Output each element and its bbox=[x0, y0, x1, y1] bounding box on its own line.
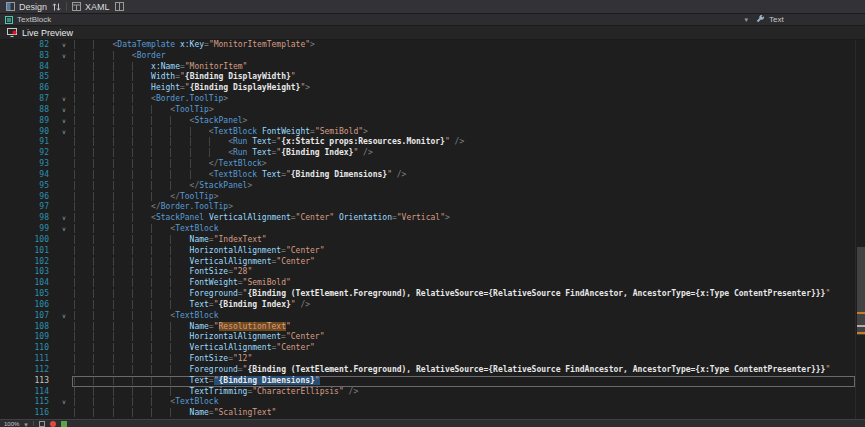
code-line-105[interactable]: 105 Foreground="{Binding (TextElement.Fo… bbox=[0, 289, 855, 300]
code-text: Foreground="{Binding (TextElement.Foregr… bbox=[72, 365, 855, 376]
line-number: 105 bbox=[0, 289, 56, 300]
code-text: </TextBlock> bbox=[72, 159, 855, 170]
fold-spacer bbox=[56, 83, 72, 94]
sync-indicator-icon[interactable] bbox=[61, 421, 67, 427]
line-number: 102 bbox=[0, 257, 56, 268]
code-line-111[interactable]: 111 FontSize="12" bbox=[0, 354, 855, 365]
code-line-113[interactable]: 113 Text="{Binding Dimensions}" bbox=[0, 376, 855, 387]
code-text: <TextBlock Text="{Binding Dimensions}" /… bbox=[72, 170, 855, 181]
code-line-106[interactable]: 106 Text="{Binding Index}" /> bbox=[0, 300, 855, 311]
code-line-97[interactable]: 97 </Border.ToolTip> bbox=[0, 202, 855, 213]
fold-spacer bbox=[56, 322, 72, 333]
vertical-scrollbar[interactable] bbox=[855, 40, 865, 419]
fold-chevron-icon[interactable]: ∨ bbox=[56, 94, 72, 105]
code-line-87[interactable]: 87∨ <Border.ToolTip> bbox=[0, 94, 855, 105]
line-number: 92 bbox=[0, 148, 56, 159]
code-text: x:Name="MonitorItem" bbox=[72, 62, 855, 73]
fold-spacer bbox=[56, 267, 72, 278]
grid-toggle-icon[interactable] bbox=[39, 421, 45, 427]
fold-spacer bbox=[56, 235, 72, 246]
code-line-92[interactable]: 92 <Run Text="{Binding Index}" /> bbox=[0, 148, 855, 159]
code-line-89[interactable]: 89∨ <StackPanel> bbox=[0, 116, 855, 127]
code-line-109[interactable]: 109 HorizontalAlignment="Center" bbox=[0, 332, 855, 343]
xaml-doc-icon bbox=[72, 2, 81, 11]
line-number: 108 bbox=[0, 322, 56, 333]
split-view-icon[interactable] bbox=[115, 2, 124, 11]
code-line-99[interactable]: 99∨ <TextBlock bbox=[0, 224, 855, 235]
fold-spacer bbox=[56, 300, 72, 311]
code-line-93[interactable]: 93 </TextBlock> bbox=[0, 159, 855, 170]
code-text: <Border bbox=[72, 51, 855, 62]
code-text: Name="ResolutionText" bbox=[72, 322, 855, 333]
swap-panes-icon[interactable] bbox=[52, 2, 61, 12]
code-line-112[interactable]: 112 Foreground="{Binding (TextElement.Fo… bbox=[0, 365, 855, 376]
fold-chevron-icon[interactable]: ∨ bbox=[56, 105, 72, 116]
fold-chevron-icon[interactable]: ∨ bbox=[56, 397, 72, 408]
line-number: 91 bbox=[0, 137, 56, 148]
fold-chevron-icon[interactable]: ∨ bbox=[56, 311, 72, 322]
code-line-83[interactable]: 83∨ <Border bbox=[0, 51, 855, 62]
zoom-dropdown-icon[interactable]: ▾ bbox=[24, 421, 28, 427]
code-line-103[interactable]: 103 FontSize="28" bbox=[0, 267, 855, 278]
code-line-110[interactable]: 110 VerticalAlignment="Center" bbox=[0, 343, 855, 354]
code-line-86[interactable]: 86 Height="{Binding DisplayHeight}"> bbox=[0, 83, 855, 94]
line-number: 100 bbox=[0, 235, 56, 246]
live-preview-icon bbox=[7, 28, 17, 37]
code-line-115[interactable]: 115∨ <TextBlock bbox=[0, 397, 855, 408]
xaml-label: XAML bbox=[85, 2, 110, 12]
line-number: 103 bbox=[0, 267, 56, 278]
code-line-104[interactable]: 104 FontWeight="SemiBold" bbox=[0, 278, 855, 289]
code-line-107[interactable]: 107∨ <TextBlock bbox=[0, 311, 855, 322]
line-number: 95 bbox=[0, 181, 56, 192]
zoom-level[interactable]: 100% bbox=[4, 421, 19, 427]
fold-spacer bbox=[56, 257, 72, 268]
code-line-88[interactable]: 88∨ <ToolTip> bbox=[0, 105, 855, 116]
code-line-96[interactable]: 96 </ToolTip> bbox=[0, 192, 855, 203]
line-number: 113 bbox=[0, 376, 56, 387]
code-text: </StackPanel> bbox=[72, 181, 855, 192]
fold-spacer bbox=[56, 343, 72, 354]
code-line-116[interactable]: 116 Name="ScalingText" bbox=[0, 408, 855, 419]
code-text: <TextBlock bbox=[72, 311, 855, 322]
fold-chevron-icon[interactable]: ∨ bbox=[56, 127, 72, 138]
line-number: 98 bbox=[0, 213, 56, 224]
member-breadcrumb[interactable]: Text bbox=[756, 15, 860, 24]
code-line-102[interactable]: 102 VerticalAlignment="Center" bbox=[0, 257, 855, 268]
fold-chevron-icon[interactable]: ∨ bbox=[56, 40, 72, 51]
line-number: 109 bbox=[0, 332, 56, 343]
design-view-icon bbox=[6, 2, 15, 11]
fold-chevron-icon[interactable]: ∨ bbox=[56, 213, 72, 224]
code-line-82[interactable]: 82∨ <DataTemplate x:Key="MonitorItemTemp… bbox=[0, 40, 855, 51]
code-line-108[interactable]: 108 Name="ResolutionText" bbox=[0, 322, 855, 333]
code-line-85[interactable]: 85 Width="{Binding DisplayWidth}" bbox=[0, 72, 855, 83]
code-line-94[interactable]: 94 <TextBlock Text="{Binding Dimensions}… bbox=[0, 170, 855, 181]
fold-chevron-icon[interactable]: ∨ bbox=[56, 51, 72, 62]
code-text: <DataTemplate x:Key="MonitorItemTemplate… bbox=[72, 40, 855, 51]
code-text: </Border.ToolTip> bbox=[72, 202, 855, 213]
code-line-98[interactable]: 98∨ <StackPanel VerticalAlignment="Cente… bbox=[0, 213, 855, 224]
scrollbar-caret-mark bbox=[857, 325, 865, 327]
element-breadcrumb[interactable]: TextBlock bbox=[5, 15, 744, 24]
toolbar-divider bbox=[66, 2, 67, 11]
error-indicator-icon[interactable] bbox=[50, 421, 56, 427]
fold-chevron-icon[interactable]: ∨ bbox=[56, 224, 72, 235]
design-view-button[interactable]: Design bbox=[6, 2, 47, 12]
fold-chevron-icon[interactable]: ∨ bbox=[56, 116, 72, 127]
code-line-90[interactable]: 90∨ <TextBlock FontWeight="SemiBold"> bbox=[0, 127, 855, 138]
live-preview-tab[interactable]: Live Preview bbox=[22, 28, 73, 38]
chevron-down-icon[interactable]: ▾ bbox=[744, 16, 748, 24]
code-line-91[interactable]: 91 <Run Text="{x:Static props:Resources.… bbox=[0, 137, 855, 148]
code-line-114[interactable]: 114 TextTrimming="CharacterEllipsis" /> bbox=[0, 387, 855, 398]
xaml-tab[interactable]: XAML bbox=[72, 2, 110, 12]
code-line-101[interactable]: 101 HorizontalAlignment="Center" bbox=[0, 246, 855, 257]
code-line-95[interactable]: 95 </StackPanel> bbox=[0, 181, 855, 192]
fold-spacer bbox=[56, 62, 72, 73]
designer-toolbar: Design XAML bbox=[0, 0, 865, 14]
code-line-100[interactable]: 100 Name="IndexText" bbox=[0, 235, 855, 246]
code-text: Height="{Binding DisplayHeight}"> bbox=[72, 83, 855, 94]
line-number: 97 bbox=[0, 202, 56, 213]
fold-spacer bbox=[56, 170, 72, 181]
code-line-84[interactable]: 84 x:Name="MonitorItem" bbox=[0, 62, 855, 73]
scrollbar-thumb[interactable] bbox=[857, 247, 865, 335]
code-text: <StackPanel VerticalAlignment="Center" O… bbox=[72, 213, 855, 224]
